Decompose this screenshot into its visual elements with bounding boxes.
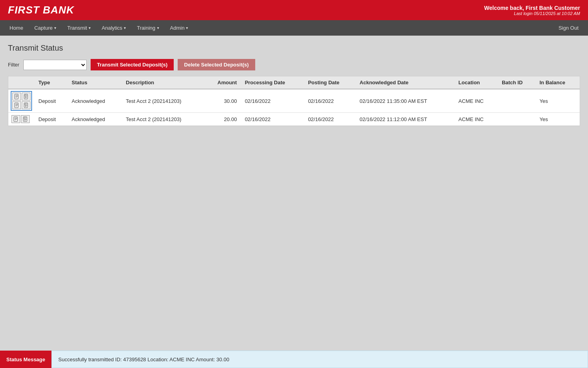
row2-acknowledged-date: 02/16/2022 11:12:00 AM EST bbox=[356, 113, 455, 126]
view-icon-r2-top[interactable] bbox=[11, 115, 20, 123]
user-info: Welcome back, First Bank Customer Last l… bbox=[484, 5, 580, 16]
col-description: Description bbox=[122, 76, 205, 89]
table-row: Deposit Acknowledged Test Acct 2 (202141… bbox=[8, 89, 580, 113]
col-batch-id: Batch ID bbox=[498, 76, 535, 89]
filter-row: Filter Transmit Selected Deposit(s) Dele… bbox=[8, 59, 580, 70]
last-login-text: Last login 05/11/2025 at 10:02 AM bbox=[484, 11, 580, 16]
col-posting-date: Posting Date bbox=[304, 76, 355, 89]
row1-batch-id bbox=[498, 89, 535, 113]
col-type: Type bbox=[34, 76, 68, 89]
training-dropdown-arrow: ▾ bbox=[157, 26, 159, 30]
main-content: Transmit Status Filter Transmit Selected… bbox=[0, 36, 588, 265]
analytics-dropdown-arrow: ▾ bbox=[124, 26, 126, 30]
row1-location: ACME INC bbox=[455, 89, 498, 113]
col-select bbox=[8, 76, 34, 89]
delete-selected-button[interactable]: Delete Selected Deposit(s) bbox=[178, 59, 255, 70]
row1-type: Deposit bbox=[34, 89, 68, 113]
detail-icon-top[interactable] bbox=[22, 93, 30, 101]
status-message: Successfully transmitted ID: 47395628 Lo… bbox=[51, 351, 588, 368]
status-label: Status Message bbox=[0, 351, 51, 368]
logo: FIRST BANK bbox=[8, 4, 74, 16]
row2-location: ACME INC bbox=[455, 113, 498, 126]
table-header: Type Status Description Amount Processin… bbox=[8, 76, 580, 89]
row2-batch-id bbox=[498, 113, 535, 126]
row1-acknowledged-date: 02/16/2022 11:35:00 AM EST bbox=[356, 89, 455, 113]
icon-group-top bbox=[12, 93, 30, 101]
row2-in-balance: Yes bbox=[535, 113, 580, 126]
transmit-selected-button[interactable]: Transmit Selected Deposit(s) bbox=[91, 59, 174, 70]
row2-description: Test Acct 2 (202141203) bbox=[122, 113, 205, 126]
row1-processing-date: 02/16/2022 bbox=[241, 89, 304, 113]
row1-description: Test Acct 2 (202141203) bbox=[122, 89, 205, 113]
nav-admin[interactable]: Admin ▾ bbox=[165, 20, 194, 36]
row2-amount: 20.00 bbox=[205, 113, 241, 126]
transmit-dropdown-arrow: ▾ bbox=[89, 26, 91, 30]
col-status: Status bbox=[68, 76, 122, 89]
row2-processing-date: 02/16/2022 bbox=[241, 113, 304, 126]
row1-status: Acknowledged bbox=[68, 89, 122, 113]
status-bar: Status Message Successfully transmitted … bbox=[0, 351, 588, 368]
nav-training[interactable]: Training ▾ bbox=[131, 20, 164, 36]
page-title: Transmit Status bbox=[8, 44, 580, 53]
row-icons-cell bbox=[8, 89, 34, 113]
col-amount: Amount bbox=[205, 76, 241, 89]
admin-dropdown-arrow: ▾ bbox=[186, 26, 188, 30]
row1-posting-date: 02/16/2022 bbox=[304, 89, 355, 113]
col-processing-date: Processing Date bbox=[241, 76, 304, 89]
deposit-table: Type Status Description Amount Processin… bbox=[8, 76, 580, 126]
table-row: Deposit Acknowledged Test Acct 2 (202141… bbox=[8, 113, 580, 126]
row2-type: Deposit bbox=[34, 113, 68, 126]
row2-posting-date: 02/16/2022 bbox=[304, 113, 355, 126]
nav-links: Home Capture ▾ Transmit ▾ Analytics ▾ Tr… bbox=[4, 20, 193, 36]
icon-group-bottom bbox=[12, 101, 30, 109]
row2-icons-cell bbox=[8, 113, 34, 126]
nav-bar: Home Capture ▾ Transmit ▾ Analytics ▾ Tr… bbox=[0, 20, 588, 36]
filter-label: Filter bbox=[8, 62, 19, 68]
header: FIRST BANK Welcome back, First Bank Cust… bbox=[0, 0, 588, 20]
view-icon-top[interactable] bbox=[12, 93, 21, 101]
deposit-table-container: Type Status Description Amount Processin… bbox=[8, 76, 580, 126]
detail-icon-r2-top[interactable] bbox=[21, 115, 30, 123]
icon-group-r2-top bbox=[11, 115, 30, 123]
view-icon-bottom[interactable] bbox=[12, 101, 21, 109]
detail-icon-bottom[interactable] bbox=[22, 101, 30, 109]
sign-out-button[interactable]: Sign Out bbox=[553, 20, 584, 36]
row-selected-box bbox=[11, 91, 32, 111]
capture-dropdown-arrow: ▾ bbox=[54, 26, 56, 30]
nav-home[interactable]: Home bbox=[4, 20, 29, 36]
nav-transmit[interactable]: Transmit ▾ bbox=[62, 20, 96, 36]
nav-analytics[interactable]: Analytics ▾ bbox=[96, 20, 131, 36]
col-acknowledged-date: Acknowledged Date bbox=[356, 76, 455, 89]
row1-in-balance: Yes bbox=[535, 89, 580, 113]
col-location: Location bbox=[455, 76, 498, 89]
filter-select[interactable] bbox=[23, 60, 87, 70]
row2-status: Acknowledged bbox=[68, 113, 122, 126]
welcome-text: Welcome back, First Bank Customer bbox=[484, 5, 580, 11]
table-body: Deposit Acknowledged Test Acct 2 (202141… bbox=[8, 89, 580, 126]
col-in-balance: In Balance bbox=[535, 76, 580, 89]
row1-amount: 30.00 bbox=[205, 89, 241, 113]
nav-capture[interactable]: Capture ▾ bbox=[29, 20, 62, 36]
